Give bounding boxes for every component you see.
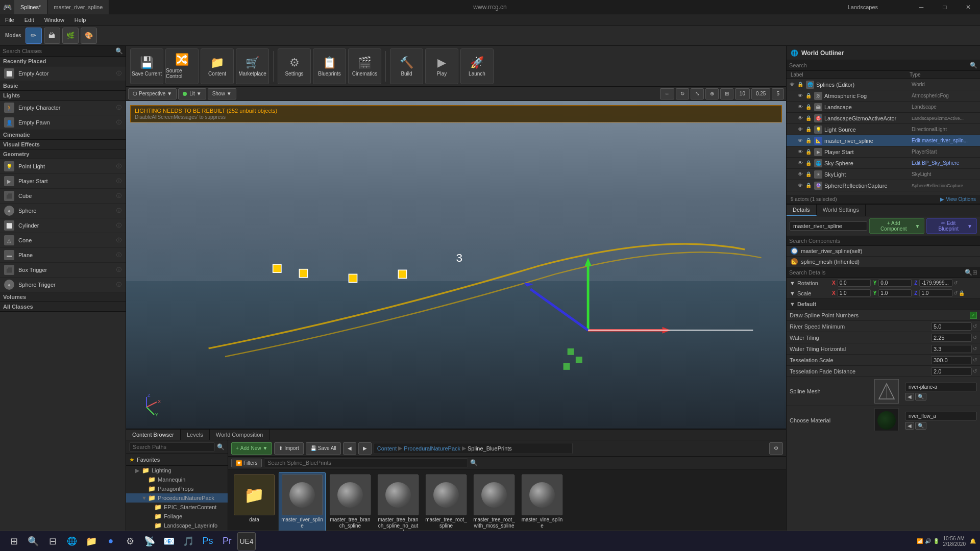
import-btn[interactable]: ⬆ Import bbox=[274, 442, 303, 455]
eye-vis-icon[interactable]: 👁 bbox=[797, 137, 804, 144]
close-btn[interactable]: ✕ bbox=[957, 0, 980, 14]
explorer-button[interactable]: 📁 bbox=[82, 532, 101, 550]
outliner-item-light-source[interactable]: 👁 🔒 💡 Light Source DirectionalLight bbox=[787, 124, 980, 135]
blueprints-btn[interactable]: 📋 Blueprints bbox=[313, 48, 346, 84]
edge-button[interactable]: 🌐 bbox=[63, 532, 81, 550]
eye-vis-icon[interactable]: 👁 bbox=[797, 182, 804, 189]
outliner-search-icon[interactable]: 🔍 bbox=[970, 62, 977, 69]
breadcrumb-content[interactable]: Content bbox=[377, 445, 397, 452]
river-speed-reset[interactable]: ↺ bbox=[973, 323, 977, 329]
breadcrumb-procedural[interactable]: ProceduralNaturePack bbox=[404, 445, 460, 452]
empty-pawn-info[interactable]: ⓘ bbox=[116, 119, 121, 126]
outliner-item-sky-sphere[interactable]: 👁 🔒 🌐 Sky Sphere Edit BP_Sky_Sphere bbox=[787, 158, 980, 169]
lock-vis-icon[interactable]: 🔒 bbox=[805, 137, 812, 144]
cinematics-btn[interactable]: 🎬 Cinematics bbox=[348, 48, 381, 84]
cube-info[interactable]: ⓘ bbox=[116, 192, 121, 199]
snap-count[interactable]: 5 bbox=[772, 88, 784, 99]
prop-search-icon[interactable]: 🔍 bbox=[965, 269, 972, 276]
place-item-sphere-trigger[interactable]: ● Sphere Trigger ⓘ bbox=[0, 278, 126, 292]
tree-foliage[interactable]: 📁 Foliage bbox=[126, 512, 228, 521]
add-component-btn[interactable]: + Add Component ▼ bbox=[869, 218, 924, 234]
place-item-plane[interactable]: ▬ Plane ⓘ bbox=[0, 248, 126, 263]
scale-expand[interactable]: ▼ bbox=[790, 290, 795, 296]
outliner-item-landscape[interactable]: 👁 🔒 🏔 Landscape Landscape bbox=[787, 102, 980, 113]
mail-button[interactable]: 📧 bbox=[160, 532, 178, 550]
menu-edit[interactable]: Edit bbox=[19, 14, 39, 26]
sphere-info[interactable]: ⓘ bbox=[116, 207, 121, 214]
category-cinematic[interactable]: Cinematic bbox=[0, 130, 126, 140]
plane-info[interactable]: ⓘ bbox=[116, 252, 121, 259]
eye-vis-icon[interactable]: 👁 bbox=[797, 126, 804, 133]
nav-back-btn[interactable]: ◀ bbox=[343, 442, 356, 455]
viewport[interactable]: 3 LIGHTING NEEDS TO bbox=[126, 101, 786, 429]
component-spline-mesh[interactable]: 📐 spline_mesh (Inherited) bbox=[787, 257, 980, 267]
maximize-btn[interactable]: □ bbox=[933, 0, 957, 14]
sphere-trigger-info[interactable]: ⓘ bbox=[116, 281, 121, 288]
default-section-header[interactable]: ▼ Default bbox=[787, 298, 980, 310]
lock-vis-icon[interactable]: 🔒 bbox=[805, 182, 812, 189]
tree-paragonprops[interactable]: 📁 ParagonProps bbox=[126, 484, 228, 493]
grid-size[interactable]: 10 bbox=[735, 88, 750, 99]
minimize-btn[interactable]: ─ bbox=[910, 0, 933, 14]
asset-tree-root-moss[interactable]: master_tree_root_with_moss_spline bbox=[471, 472, 517, 537]
asset-search-icon[interactable]: 🔍 bbox=[470, 459, 478, 466]
local-global-tool[interactable]: ⊕ bbox=[705, 88, 719, 99]
lock-scale-icon[interactable]: 🔒 bbox=[959, 290, 965, 296]
asset-vine-spline[interactable]: master_vine_spline bbox=[519, 472, 565, 537]
box-trigger-info[interactable]: ⓘ bbox=[116, 266, 121, 273]
place-item-cone[interactable]: △ Cone ⓘ bbox=[0, 233, 126, 248]
tess-scale-reset[interactable]: ↺ bbox=[973, 357, 977, 363]
place-item-empty-character[interactable]: 🚶 Empty Character ⓘ bbox=[0, 101, 126, 115]
component-self[interactable]: ⚪ master_river_spline(self) bbox=[787, 246, 980, 257]
premiere-button[interactable]: Pr bbox=[218, 532, 236, 550]
category-lights[interactable]: Lights bbox=[0, 91, 126, 101]
mode-select[interactable]: ✏ bbox=[26, 28, 42, 44]
view-options-btn[interactable]: ⚙ bbox=[769, 442, 783, 455]
tab-content-browser[interactable]: Content Browser bbox=[126, 430, 181, 440]
menu-help[interactable]: Help bbox=[69, 14, 91, 26]
lock-vis-icon[interactable]: 🔒 bbox=[805, 160, 812, 167]
eye-vis-icon[interactable]: 👁 bbox=[797, 115, 804, 122]
rotate-tool[interactable]: ↻ bbox=[676, 88, 689, 99]
spline-mesh-name-input[interactable] bbox=[905, 383, 977, 391]
place-item-empty-actor[interactable]: ⬜ Empty Actor ⓘ bbox=[0, 66, 126, 81]
mode-paint[interactable]: 🎨 bbox=[81, 28, 97, 44]
source-control-btn[interactable]: 🔀 Source Control bbox=[165, 48, 199, 84]
asset-data-folder[interactable]: 📁 data bbox=[231, 472, 277, 537]
launch-btn[interactable]: 🚀 Launch bbox=[460, 48, 494, 84]
outliner-search-input[interactable] bbox=[789, 62, 970, 68]
start-button[interactable]: ⊞ bbox=[5, 532, 23, 550]
asset-tree-root-spline[interactable]: master_tree_root_spline bbox=[423, 472, 469, 537]
lock-vis-icon[interactable]: 🔒 bbox=[797, 81, 804, 88]
tess-fade-reset[interactable]: ↺ bbox=[973, 368, 977, 374]
chrome-button[interactable]: ● bbox=[102, 532, 120, 550]
tree-landscape-layerinfo[interactable]: 📁 Landscape_Layerinfo bbox=[126, 521, 228, 530]
point-light-info[interactable]: ⓘ bbox=[116, 163, 121, 170]
river-speed-input[interactable] bbox=[931, 322, 972, 331]
notification-icon[interactable]: 🔔 bbox=[970, 538, 976, 544]
material-nav-back[interactable]: ◀ bbox=[905, 422, 914, 430]
add-new-btn[interactable]: + Add New ▼ bbox=[231, 442, 272, 455]
asset-tree-branch-no-auto-scale[interactable]: master_tree_branch_spline_no_auto_scale bbox=[375, 472, 421, 537]
tree-mannequin[interactable]: 📁 Mannequin bbox=[126, 475, 228, 484]
build-btn[interactable]: 🔨 Build bbox=[390, 48, 423, 84]
tab-world-composition[interactable]: World Composition bbox=[210, 430, 270, 440]
lock-vis-icon[interactable]: 🔒 bbox=[805, 126, 812, 133]
outliner-item-atmospheric-fog[interactable]: 👁 🔒 🌫 Atmospheric Fog AtmosphericFog bbox=[787, 90, 980, 102]
tess-scale-input[interactable] bbox=[931, 356, 972, 364]
category-visual-effects[interactable]: Visual Effects bbox=[0, 140, 126, 149]
eye-vis-icon[interactable]: 👁 bbox=[797, 104, 804, 111]
outliner-item-splines-editor[interactable]: 👁 🔒 🌐 Splines (Editor) World bbox=[787, 79, 980, 90]
show-dropdown[interactable]: Show ▼ bbox=[208, 88, 236, 99]
asset-tree-branch-spline[interactable]: master_tree_branch_spline bbox=[327, 472, 373, 537]
tess-fade-input[interactable] bbox=[931, 367, 972, 375]
place-item-point-light[interactable]: 💡 Point Light ⓘ bbox=[0, 159, 126, 174]
battery-icon[interactable]: 🔋 bbox=[933, 538, 939, 544]
view-options-link[interactable]: ▶ View Options bbox=[940, 196, 976, 202]
content-btn[interactable]: 📁 Content bbox=[201, 48, 234, 84]
mode-foliage[interactable]: 🌿 bbox=[62, 28, 79, 44]
network-button[interactable]: 📡 bbox=[140, 532, 159, 550]
breadcrumb-spline-bp[interactable]: Spline_BluePrints bbox=[468, 445, 512, 452]
material-name-input[interactable] bbox=[905, 412, 977, 420]
outliner-item-skylight[interactable]: 👁 🔒 ☀ SkyLight SkyLight bbox=[787, 169, 980, 180]
